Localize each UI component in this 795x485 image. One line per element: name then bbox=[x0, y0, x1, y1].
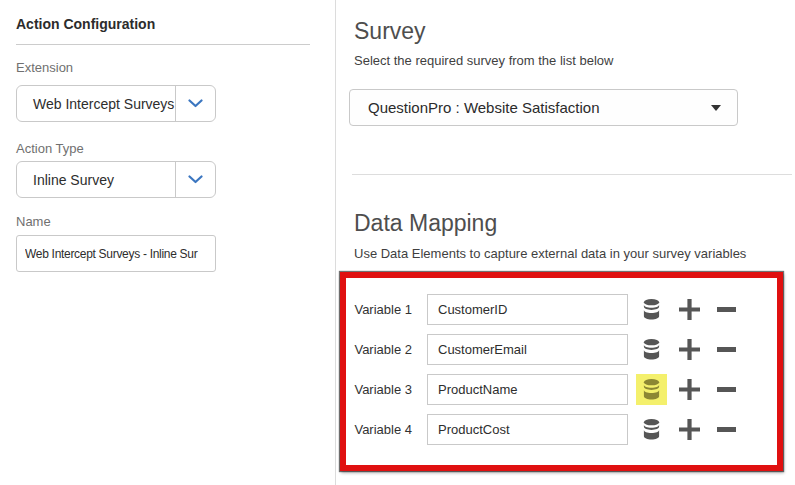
extension-dropdown-value: Web Intercept Surveys bbox=[17, 96, 175, 112]
data-mapping-subheading: Use Data Elements to capture external da… bbox=[354, 246, 746, 261]
database-icon-highlighted[interactable] bbox=[636, 374, 667, 405]
variable-4-input[interactable] bbox=[427, 414, 628, 445]
database-icon[interactable] bbox=[636, 294, 667, 325]
data-mapping-heading: Data Mapping bbox=[354, 210, 497, 237]
caret-down-icon bbox=[711, 105, 721, 111]
panel-divider bbox=[335, 0, 336, 485]
variable-1-input[interactable] bbox=[427, 294, 628, 325]
panel-title: Action Configuration bbox=[16, 16, 155, 32]
extension-label: Extension bbox=[16, 60, 73, 75]
chevron-down-icon[interactable] bbox=[175, 86, 215, 121]
section-divider bbox=[352, 174, 792, 175]
variable-row-3: Variable 3 bbox=[346, 374, 777, 405]
survey-select-value: QuestionPro : Website Satisfaction bbox=[350, 99, 711, 116]
action-type-label: Action Type bbox=[16, 141, 84, 156]
survey-subheading: Select the required survey from the list… bbox=[354, 53, 613, 68]
variable-2-input[interactable] bbox=[427, 334, 628, 365]
variable-row-2: Variable 2 bbox=[346, 334, 777, 365]
name-input[interactable] bbox=[16, 235, 216, 272]
panel-title-divider bbox=[16, 44, 310, 45]
variable-3-label: Variable 3 bbox=[346, 382, 412, 397]
action-type-dropdown-value: Inline Survey bbox=[17, 172, 175, 188]
minus-icon[interactable] bbox=[711, 414, 742, 445]
survey-select[interactable]: QuestionPro : Website Satisfaction bbox=[349, 89, 738, 126]
variable-row-1: Variable 1 bbox=[346, 294, 777, 325]
database-icon[interactable] bbox=[636, 414, 667, 445]
variable-3-input[interactable] bbox=[427, 374, 628, 405]
annotation-red-box: Variable 1 Variable 2 Variable 3 bbox=[340, 272, 783, 471]
extension-dropdown[interactable]: Web Intercept Surveys bbox=[16, 85, 216, 122]
minus-icon[interactable] bbox=[711, 334, 742, 365]
variable-1-label: Variable 1 bbox=[346, 302, 412, 317]
plus-icon[interactable] bbox=[674, 294, 705, 325]
plus-icon[interactable] bbox=[674, 334, 705, 365]
variable-row-4: Variable 4 bbox=[346, 414, 777, 445]
variable-4-label: Variable 4 bbox=[346, 422, 412, 437]
plus-icon[interactable] bbox=[674, 374, 705, 405]
name-label: Name bbox=[16, 214, 51, 229]
database-icon[interactable] bbox=[636, 334, 667, 365]
variable-2-label: Variable 2 bbox=[346, 342, 412, 357]
chevron-down-icon[interactable] bbox=[175, 162, 215, 197]
minus-icon[interactable] bbox=[711, 294, 742, 325]
survey-heading: Survey bbox=[354, 18, 426, 45]
minus-icon[interactable] bbox=[711, 374, 742, 405]
plus-icon[interactable] bbox=[674, 414, 705, 445]
action-type-dropdown[interactable]: Inline Survey bbox=[16, 161, 216, 198]
